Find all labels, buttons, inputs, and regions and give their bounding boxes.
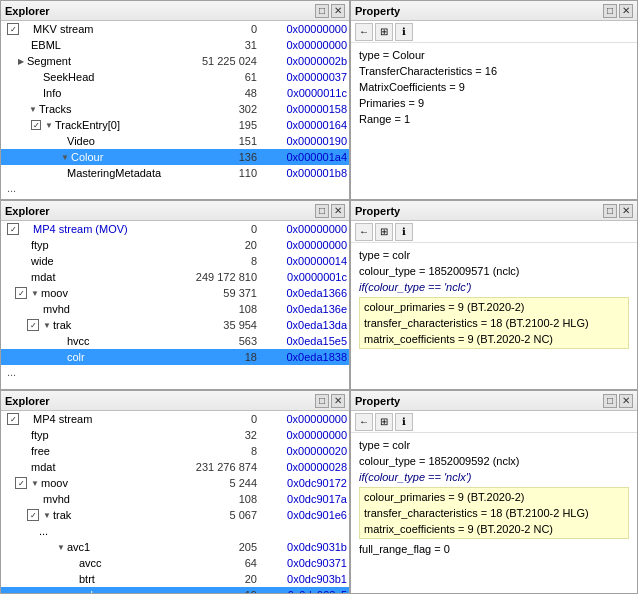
tree-num: 108 — [202, 303, 257, 315]
prop-line: transfer_characteristics = 18 (BT.2100-2… — [364, 315, 624, 331]
explorer-float-btn-1[interactable]: □ — [315, 4, 329, 18]
back-btn[interactable]: ← — [355, 23, 373, 41]
tree-label: mvhd — [43, 493, 70, 505]
tree-row[interactable]: mvhd 108 0x0dc9017a — [1, 491, 349, 507]
tree-row[interactable]: Video 151 0x00000190 — [1, 133, 349, 149]
tree-row[interactable]: ▼ trak 35 954 0x0eda13da — [1, 317, 349, 333]
property-float-btn-1[interactable]: □ — [603, 4, 617, 18]
tree-row[interactable]: MKV stream 0 0x00000000 — [1, 21, 349, 37]
checkbox[interactable]: ✓ — [31, 120, 41, 130]
tree-label: avc1 — [67, 541, 90, 553]
property-close-btn-3[interactable]: ✕ — [619, 394, 633, 408]
property-close-btn-2[interactable]: ✕ — [619, 204, 633, 218]
tree-num: 20 — [202, 239, 257, 251]
format-btn-3[interactable]: ⊞ — [375, 413, 393, 431]
expand-icon[interactable]: ▼ — [29, 477, 41, 489]
info-btn[interactable]: ℹ — [395, 23, 413, 41]
tree-row[interactable]: ▶ Segment 51 225 024 0x0000002b — [1, 53, 349, 69]
property-toolbar-3: ← ⊞ ℹ — [351, 411, 637, 433]
tree-row[interactable]: mdat 231 276 874 0x00000028 — [1, 459, 349, 475]
back-btn-3[interactable]: ← — [355, 413, 373, 431]
tree-row[interactable]: ftyp 32 0x00000000 — [1, 427, 349, 443]
property-float-btn-3[interactable]: □ — [603, 394, 617, 408]
tree-row[interactable]: ▼ trak 5 067 0x0dc901e6 — [1, 507, 349, 523]
property-float-btn-2[interactable]: □ — [603, 204, 617, 218]
tree-row: ... — [1, 523, 349, 539]
checkbox[interactable] — [27, 509, 39, 521]
tree-hex: 0x0eda1366 — [257, 287, 347, 299]
checkbox[interactable] — [15, 287, 27, 299]
tree-num: 61 — [202, 71, 257, 83]
format-btn[interactable]: ⊞ — [375, 23, 393, 41]
checkbox[interactable] — [7, 413, 19, 425]
tree-row[interactable]: btrt 20 0x0dc903b1 — [1, 571, 349, 587]
tree-num: 108 — [202, 493, 257, 505]
explorer-close-btn-3[interactable]: ✕ — [331, 394, 345, 408]
tree-row-colr-3[interactable]: colr 19 0x0dc903c5 — [1, 587, 349, 593]
tree-hex: 0x00000000 — [257, 39, 347, 51]
tree-row-colr[interactable]: colr 18 0x0eda1838 — [1, 349, 349, 365]
tree-row[interactable]: MasteringMetadata 110 0x000001b8 — [1, 165, 349, 181]
tree-row[interactable]: ▼ moov 59 371 0x0eda1366 — [1, 285, 349, 301]
back-btn-2[interactable]: ← — [355, 223, 373, 241]
tree-row[interactable]: mvhd 108 0x0eda136e — [1, 301, 349, 317]
explorer-close-btn-1[interactable]: ✕ — [331, 4, 345, 18]
tree-label: wide — [31, 255, 54, 267]
tree-num: 249 172 810 — [182, 271, 257, 283]
property-toolbar-2: ← ⊞ ℹ — [351, 221, 637, 243]
property-close-btn-1[interactable]: ✕ — [619, 4, 633, 18]
tree-row[interactable]: SeekHead 61 0x00000037 — [1, 69, 349, 85]
expand-icon — [31, 87, 43, 99]
property-toolbar-1: ← ⊞ ℹ — [351, 21, 637, 43]
tree-row[interactable]: EBML 31 0x00000000 — [1, 37, 349, 53]
expand-icon[interactable]: ▶ — [15, 55, 27, 67]
expand-icon[interactable]: ▼ — [59, 151, 71, 163]
tree-row[interactable]: hvcc 563 0x0eda15e5 — [1, 333, 349, 349]
expand-icon[interactable]: ▼ — [29, 287, 41, 299]
info-btn-2[interactable]: ℹ — [395, 223, 413, 241]
tree-row-colour[interactable]: ▼ Colour 136 0x000001a4 — [1, 149, 349, 165]
tree-row[interactable]: ▼ Tracks 302 0x00000158 — [1, 101, 349, 117]
explorer-float-btn-2[interactable]: □ — [315, 204, 329, 218]
explorer-close-btn-2[interactable]: ✕ — [331, 204, 345, 218]
tree-hex: 0x00000000 — [257, 429, 347, 441]
tree-row[interactable]: ▼ moov 5 244 0x0dc90172 — [1, 475, 349, 491]
tree-row[interactable]: MP4 stream (MOV) 0 0x00000000 — [1, 221, 349, 237]
tree-row[interactable]: MP4 stream 0 0x00000000 — [1, 411, 349, 427]
expand-icon[interactable]: ▼ — [27, 103, 39, 115]
prop-line: type = Colour — [359, 47, 629, 63]
explorer-header-2: Explorer □ ✕ — [1, 201, 349, 221]
expand-icon[interactable]: ▼ — [41, 319, 53, 331]
expand-icon[interactable]: ▼ — [55, 541, 67, 553]
tree-row[interactable]: wide 8 0x00000014 — [1, 253, 349, 269]
more-dots[interactable]: ... — [1, 365, 349, 379]
tree-num: 31 — [202, 39, 257, 51]
tree-hex: 0x00000000 — [257, 413, 347, 425]
tree-row[interactable]: free 8 0x00000020 — [1, 443, 349, 459]
expand-icon[interactable]: ▼ — [43, 119, 55, 131]
tree-num: 151 — [202, 135, 257, 147]
checkbox[interactable] — [7, 223, 19, 235]
explorer-tree-2: MP4 stream (MOV) 0 0x00000000 ftyp 20 0x… — [1, 221, 349, 389]
tree-label: moov — [41, 287, 68, 299]
tree-row[interactable]: ✓ ▼ TrackEntry[0] 195 0x00000164 — [1, 117, 349, 133]
tree-row[interactable]: ▼ avc1 205 0x0dc9031b — [1, 539, 349, 555]
explorer-float-btn-3[interactable]: □ — [315, 394, 329, 408]
prop-line: colour_type = 1852009571 (nclc) — [359, 263, 629, 279]
expand-icon — [31, 493, 43, 505]
tree-row[interactable]: ftyp 20 0x00000000 — [1, 237, 349, 253]
checkbox[interactable] — [27, 319, 39, 331]
expand-icon[interactable]: ▼ — [41, 509, 53, 521]
tree-row[interactable]: Info 48 0x0000011c — [1, 85, 349, 101]
checkbox[interactable] — [7, 23, 19, 35]
explorer-panel-1: Explorer □ ✕ MKV stream 0 0x00000000 EBM… — [0, 0, 350, 200]
tree-num: 563 — [202, 335, 257, 347]
info-btn-3[interactable]: ℹ — [395, 413, 413, 431]
format-btn-2[interactable]: ⊞ — [375, 223, 393, 241]
tree-label: mdat — [31, 271, 55, 283]
checkbox[interactable] — [15, 477, 27, 489]
tree-row[interactable]: avcc 64 0x0dc90371 — [1, 555, 349, 571]
tree-row[interactable]: mdat 249 172 810 0x0000001c — [1, 269, 349, 285]
expand-icon — [19, 239, 31, 251]
more-dots[interactable]: ... — [1, 181, 349, 195]
